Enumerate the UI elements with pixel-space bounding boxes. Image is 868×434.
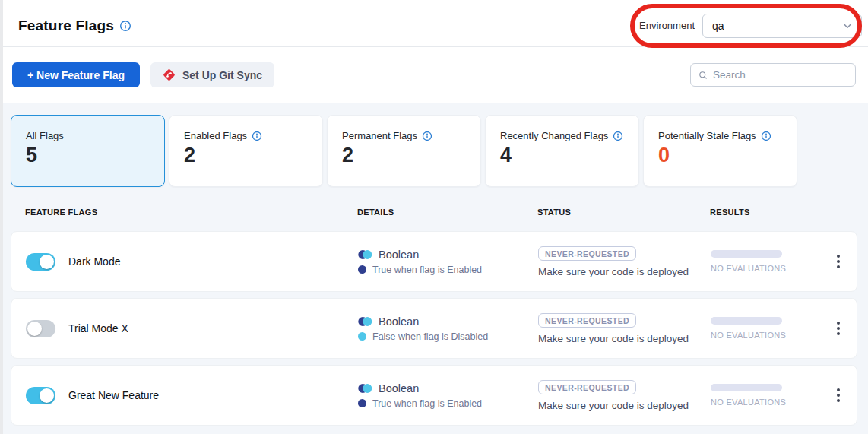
status-text: Make sure your code is deployed	[538, 266, 711, 277]
flag-type: Boolean	[379, 382, 419, 394]
stats-row: All Flags 5 Enabled Flags 2 Permanent Fl…	[11, 115, 857, 187]
kebab-menu-icon[interactable]	[829, 388, 847, 402]
evaluations-bar	[711, 250, 782, 258]
stat-value: 5	[26, 144, 164, 167]
toolbar: + New Feature Flag Set Up Git Sync	[0, 47, 868, 103]
status-badge: NEVER-REQUESTED	[538, 246, 636, 261]
search-box	[690, 63, 856, 87]
git-diamond-icon	[163, 68, 176, 81]
feature-flags-page: Feature Flags Environment qa + New Featu…	[0, 0, 868, 434]
flag-name[interactable]: Trial Mode X	[68, 322, 128, 334]
info-icon[interactable]	[422, 131, 432, 141]
evaluations-text: NO EVALUATIONS	[711, 398, 823, 407]
table-row: Great New Feature Boolean True when flag…	[11, 365, 857, 426]
stat-label: Potentially Stale Flags	[658, 130, 756, 141]
evaluations-text: NO EVALUATIONS	[711, 331, 823, 340]
variation-dot	[358, 332, 366, 341]
boolean-circles-icon	[358, 249, 372, 260]
column-header-details: DETAILS	[357, 207, 537, 217]
flag-type: Boolean	[379, 315, 419, 328]
evaluations-bar	[711, 317, 782, 325]
variation-text: True when flag is Enabled	[372, 398, 482, 409]
info-icon[interactable]	[761, 131, 771, 141]
table-row: Dark Mode Boolean True when flag is Enab…	[11, 231, 857, 292]
boolean-circles-icon	[358, 383, 372, 394]
kebab-menu-icon[interactable]	[829, 255, 847, 268]
column-header-status: STATUS	[537, 207, 710, 217]
environment-value: qa	[712, 20, 724, 32]
flag-name[interactable]: Dark Mode	[68, 255, 120, 268]
kebab-menu-icon[interactable]	[829, 322, 847, 335]
boolean-circles-icon	[358, 316, 372, 327]
variation-dot	[358, 265, 366, 274]
environment-select[interactable]: qa	[702, 14, 862, 38]
status-text: Make sure your code is deployed	[538, 333, 711, 344]
variation-text: False when flag is Disabled	[372, 331, 488, 342]
flag-toggle[interactable]	[26, 387, 55, 404]
status-badge: NEVER-REQUESTED	[538, 313, 636, 328]
set-up-git-sync-button[interactable]: Set Up Git Sync	[150, 62, 274, 87]
table-row: Trial Mode X Boolean False when flag is …	[11, 298, 857, 359]
evaluations-text: NO EVALUATIONS	[711, 264, 823, 273]
stat-label: Enabled Flags	[184, 130, 247, 141]
status-badge: NEVER-REQUESTED	[538, 380, 636, 394]
window-edge	[0, 0, 3, 434]
flag-toggle[interactable]	[26, 320, 55, 337]
flag-name[interactable]: Great New Feature	[68, 389, 159, 401]
stat-label: All Flags	[26, 130, 64, 141]
stat-value: 2	[184, 144, 322, 167]
stat-card-enabled-flags[interactable]: Enabled Flags 2	[169, 115, 323, 187]
variation-dot	[358, 399, 366, 407]
chevron-down-icon	[841, 20, 854, 32]
stat-card-potentially-stale-flags[interactable]: Potentially Stale Flags 0	[643, 115, 797, 187]
flag-toggle[interactable]	[26, 253, 55, 271]
column-header-results: RESULTS	[710, 207, 822, 217]
variation-text: True when flag is Enabled	[372, 265, 482, 275]
search-input[interactable]	[713, 69, 847, 81]
new-feature-flag-button[interactable]: + New Feature Flag	[12, 62, 140, 87]
stat-card-recently-changed-flags[interactable]: Recently Changed Flags 4	[485, 115, 639, 187]
stat-label: Recently Changed Flags	[500, 130, 608, 141]
stat-value: 0	[658, 144, 797, 167]
stat-value: 4	[500, 144, 638, 167]
page-header: Feature Flags Environment qa	[0, 0, 868, 47]
page-title: Feature Flags	[18, 17, 114, 34]
search-icon	[699, 69, 708, 81]
info-icon[interactable]	[613, 131, 623, 141]
stat-value: 2	[342, 144, 480, 167]
evaluations-bar	[711, 384, 782, 391]
stat-card-all-flags[interactable]: All Flags 5	[11, 115, 165, 187]
status-text: Make sure your code is deployed	[538, 400, 711, 411]
stat-label: Permanent Flags	[342, 130, 417, 141]
column-header-feature-flags: FEATURE FLAGS	[25, 207, 357, 217]
stat-card-permanent-flags[interactable]: Permanent Flags 2	[327, 115, 481, 187]
content-area: All Flags 5 Enabled Flags 2 Permanent Fl…	[0, 103, 868, 434]
flag-type: Boolean	[379, 249, 419, 261]
environment-label: Environment	[639, 20, 695, 31]
git-sync-label: Set Up Git Sync	[182, 69, 262, 81]
info-icon[interactable]	[252, 131, 262, 141]
info-icon[interactable]	[119, 20, 131, 32]
table-header: FEATURE FLAGS DETAILS STATUS RESULTS	[11, 187, 857, 231]
environment-selector: Environment qa	[639, 14, 862, 38]
